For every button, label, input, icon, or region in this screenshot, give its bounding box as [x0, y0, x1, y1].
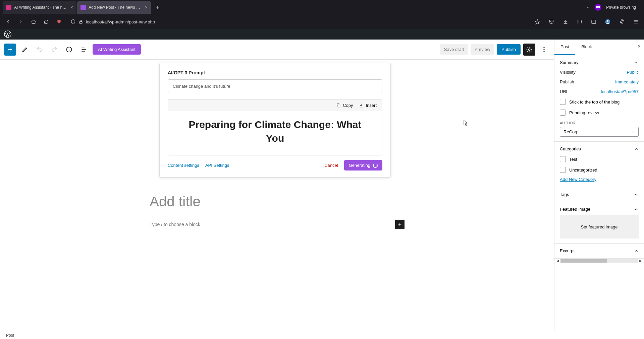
- ai-result-heading: Preparing for Climate Change: What You: [181, 118, 369, 145]
- stick-checkbox[interactable]: [560, 99, 566, 105]
- ai-writing-assistant-button[interactable]: AI Writing Assistant: [93, 44, 141, 55]
- summary-header[interactable]: Summary: [560, 60, 639, 65]
- pocket-icon[interactable]: [547, 17, 556, 26]
- bookmark-star-icon[interactable]: [533, 17, 542, 26]
- svg-marker-1: [535, 19, 539, 24]
- close-sidebar-icon[interactable]: ×: [638, 44, 641, 50]
- cancel-button[interactable]: Cancel: [324, 163, 338, 168]
- save-draft-button[interactable]: Save draft: [440, 44, 468, 55]
- edit-mode-button[interactable]: [19, 44, 31, 56]
- ai-prompt-input[interactable]: [168, 79, 382, 93]
- category-uncategorized-checkbox[interactable]: [560, 167, 566, 173]
- content-settings-link[interactable]: Content settings: [168, 163, 199, 168]
- menu-icon[interactable]: [631, 17, 641, 26]
- private-mask-icon: [595, 4, 601, 11]
- account-icon[interactable]: [603, 17, 612, 26]
- url-value[interactable]: localhost/ai/?p=957: [601, 89, 639, 94]
- forward-button[interactable]: [16, 17, 25, 26]
- pending-checkbox[interactable]: [560, 110, 566, 116]
- category-test-checkbox[interactable]: [560, 156, 566, 162]
- home-button[interactable]: [29, 17, 38, 26]
- chevron-up-icon: [634, 147, 639, 151]
- redo-button[interactable]: [48, 44, 60, 56]
- copy-button[interactable]: Copy: [336, 103, 353, 108]
- copy-icon: [336, 103, 341, 108]
- excerpt-header[interactable]: Excerpt: [560, 248, 639, 253]
- status-text: Post: [6, 333, 14, 338]
- add-block-inline-button[interactable]: +: [395, 220, 405, 229]
- section-tags: Tags: [554, 187, 644, 202]
- sidebar-toggle-icon[interactable]: [589, 17, 598, 26]
- browser-tabs-row: AI Writing Assistant ‹ The news × Add Ne…: [0, 0, 644, 15]
- browser-tab-0[interactable]: AI Writing Assistant ‹ The news ×: [3, 1, 76, 14]
- scrollbar-thumb[interactable]: [560, 259, 607, 263]
- tab-block[interactable]: Block: [575, 40, 598, 55]
- new-tab-button[interactable]: +: [152, 4, 163, 11]
- shield-icon[interactable]: [70, 19, 76, 24]
- tab-favicon-icon: [6, 5, 11, 10]
- back-button[interactable]: [3, 17, 13, 26]
- sidebar-horizontal-scrollbar[interactable]: ◀ ▶: [554, 258, 644, 263]
- author-select[interactable]: ReCorp: [560, 127, 639, 137]
- downloads-icon[interactable]: [561, 17, 570, 26]
- visibility-label: Visibility: [560, 70, 576, 75]
- settings-gear-icon[interactable]: [523, 44, 535, 56]
- undo-button[interactable]: [34, 44, 46, 56]
- scroll-left-icon[interactable]: ◀: [556, 259, 559, 263]
- close-icon[interactable]: ×: [70, 5, 73, 10]
- ai-result-box: Copy Insert Preparing for Climate Change…: [168, 99, 382, 155]
- info-icon[interactable]: [63, 44, 75, 56]
- wordpress-logo-icon[interactable]: [4, 30, 11, 38]
- svg-rect-0: [79, 21, 82, 23]
- extensions-icon[interactable]: [617, 17, 627, 26]
- preview-button[interactable]: Preview: [471, 44, 494, 55]
- svg-point-19: [543, 47, 544, 48]
- close-icon[interactable]: ×: [145, 5, 148, 10]
- url-label: URL: [560, 89, 569, 94]
- publish-label: Publish: [560, 79, 574, 84]
- ai-panel-title: AI/GPT-3 Prompt: [168, 70, 382, 75]
- library-icon[interactable]: [575, 17, 584, 26]
- publish-button[interactable]: Publish: [497, 44, 521, 55]
- extension-icon[interactable]: [54, 17, 64, 26]
- add-block-button[interactable]: [4, 44, 16, 56]
- url-text: localhost/ai/wp-admin/post-new.php: [86, 19, 155, 24]
- outline-icon[interactable]: [78, 44, 90, 56]
- add-new-category-link[interactable]: Add New Category: [560, 177, 596, 182]
- stick-label: Stick to the top of the blog: [569, 99, 620, 105]
- svg-rect-22: [338, 105, 340, 107]
- set-featured-image-button[interactable]: Set featured image: [560, 215, 639, 239]
- tab-post[interactable]: Post: [554, 40, 575, 55]
- publish-value[interactable]: Immediately: [615, 79, 639, 84]
- tab-title: AI Writing Assistant ‹ The news: [14, 5, 68, 10]
- browser-chrome: AI Writing Assistant ‹ The news × Add Ne…: [0, 0, 644, 29]
- section-excerpt: Excerpt: [554, 244, 644, 258]
- editor-main: AI Writing Assistant Save draft Preview …: [0, 40, 554, 339]
- browser-nav-row: localhost/ai/wp-admin/post-new.php: [0, 15, 644, 29]
- lock-icon[interactable]: [78, 19, 83, 24]
- wp-admin-bar: [0, 29, 644, 40]
- featured-header[interactable]: Featured image: [560, 207, 639, 212]
- chevron-down-icon[interactable]: [585, 5, 590, 10]
- generating-button[interactable]: Generating: [344, 160, 382, 171]
- scroll-right-icon[interactable]: ▶: [639, 259, 642, 263]
- svg-point-18: [529, 49, 530, 50]
- ai-prompt-panel: AI/GPT-3 Prompt Copy Insert: [159, 63, 391, 178]
- sidebar-tabs: Post Block ×: [554, 40, 644, 55]
- url-bar[interactable]: localhost/ai/wp-admin/post-new.php: [67, 16, 529, 27]
- scrollbar-track[interactable]: [560, 259, 638, 263]
- browser-tab-1[interactable]: Add New Post ‹ The news — W… ×: [77, 1, 151, 14]
- chevron-down-icon: [631, 130, 635, 134]
- tags-header[interactable]: Tags: [560, 192, 639, 197]
- categories-header[interactable]: Categories: [560, 146, 639, 151]
- visibility-value[interactable]: Public: [627, 70, 639, 75]
- block-placeholder[interactable]: Type / to choose a block: [150, 222, 395, 227]
- insert-button[interactable]: Insert: [359, 103, 377, 108]
- more-options-icon[interactable]: [538, 44, 550, 56]
- tab-title: Add New Post ‹ The news — W…: [89, 5, 142, 10]
- post-title-input[interactable]: Add title: [150, 194, 405, 210]
- spinner-icon: [373, 163, 378, 168]
- section-summary: Summary Visibility Public Publish Immedi…: [554, 55, 644, 142]
- reload-button[interactable]: [42, 17, 51, 26]
- api-settings-link[interactable]: API Settings: [205, 163, 229, 168]
